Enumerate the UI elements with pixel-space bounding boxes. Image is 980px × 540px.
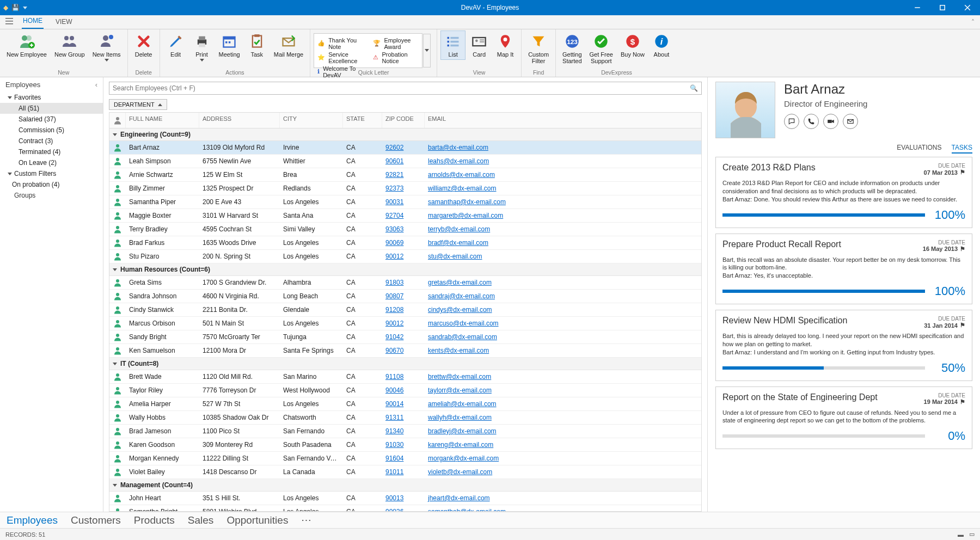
ribbon-tabs: HOME VIEW ˄ — [0, 15, 980, 29]
quick-letter-expand-icon[interactable] — [423, 34, 431, 68]
print-button[interactable]: Print — [189, 30, 215, 64]
quick-letter-item[interactable]: ⭐Service Excellence — [317, 51, 367, 65]
svg-rect-24 — [448, 37, 450, 39]
svg-rect-28 — [448, 45, 450, 47]
svg-rect-26 — [448, 41, 450, 43]
svg-rect-25 — [450, 37, 458, 39]
buy-now-button[interactable]: $Buy Now — [617, 30, 648, 60]
svg-rect-18 — [224, 37, 235, 40]
thumbs-up-icon: 👍 — [317, 40, 325, 47]
tab-view[interactable]: VIEW — [54, 16, 74, 29]
maximize-button[interactable] — [930, 0, 955, 15]
quick-letter-item[interactable]: 👍Thank You Note — [317, 36, 367, 51]
view-list-button[interactable]: List — [440, 30, 465, 60]
getting-started-button[interactable]: 123Getting Started — [559, 30, 585, 66]
minimize-button[interactable] — [905, 0, 930, 15]
svg-rect-29 — [450, 45, 458, 47]
svg-rect-4 — [5, 18, 13, 19]
collapse-ribbon-icon[interactable]: ˄ — [971, 19, 975, 26]
free-support-button[interactable]: Get Free Support — [586, 30, 616, 66]
ribbon: New Employee New Group New Items New Del… — [0, 29, 980, 77]
mail-merge-button[interactable]: Mail Merge — [271, 30, 307, 60]
svg-rect-27 — [450, 41, 458, 43]
group-label-find: Find — [525, 68, 552, 77]
quick-letter-item[interactable]: 🏆Employee Award — [373, 36, 419, 51]
svg-rect-1 — [940, 5, 945, 10]
window-title: DevAV - Employees — [461, 4, 519, 11]
group-label-delete: Delete — [131, 68, 156, 77]
qa-save-icon[interactable]: 💾 — [11, 4, 20, 11]
svg-point-10 — [64, 36, 69, 40]
qa-dropdown-icon[interactable] — [23, 7, 27, 9]
new-group-button[interactable]: New Group — [51, 30, 88, 60]
tab-home[interactable]: HOME — [22, 15, 44, 29]
edit-button[interactable]: Edit — [163, 30, 188, 60]
svg-rect-20 — [229, 41, 231, 44]
svg-point-8 — [26, 35, 32, 41]
svg-rect-33 — [480, 41, 484, 42]
quick-letter-list[interactable]: 👍Thank You Note ⭐Service Excellence ℹWel… — [314, 33, 422, 68]
svg-rect-16 — [199, 44, 205, 47]
svg-text:$: $ — [630, 37, 635, 46]
svg-point-13 — [109, 35, 113, 39]
group-label-view: View — [440, 68, 518, 77]
group-label-devexpress: DevExpress — [559, 68, 674, 77]
delete-button[interactable]: Delete — [131, 30, 156, 60]
meeting-button[interactable]: Meeting — [216, 30, 243, 60]
svg-rect-15 — [199, 36, 205, 40]
svg-rect-5 — [5, 21, 13, 22]
map-it-button[interactable]: Map It — [493, 30, 518, 60]
svg-rect-22 — [254, 34, 259, 37]
quick-letter-item[interactable]: ⚠Probation Notice — [373, 51, 419, 65]
group-label-actions: Actions — [163, 68, 307, 77]
svg-rect-32 — [480, 40, 484, 41]
custom-filter-button[interactable]: Custom Filter — [525, 30, 552, 66]
new-employee-button[interactable]: New Employee — [3, 30, 50, 60]
svg-point-34 — [504, 38, 507, 41]
svg-rect-21 — [253, 36, 261, 47]
star-icon: ⭐ — [317, 54, 325, 61]
svg-rect-19 — [225, 41, 228, 44]
titlebar: ◆ 💾 DevAV - Employees — [0, 0, 980, 15]
svg-text:123: 123 — [567, 38, 578, 45]
app-icon: ◆ — [3, 4, 8, 11]
new-items-button[interactable]: New Items — [89, 30, 124, 64]
svg-point-12 — [103, 35, 108, 41]
info-icon: ℹ — [317, 68, 320, 75]
svg-point-11 — [70, 36, 74, 40]
file-menu-icon[interactable] — [5, 17, 14, 25]
trophy-icon: 🏆 — [373, 40, 381, 47]
close-button[interactable] — [955, 0, 980, 15]
task-button[interactable]: Task — [244, 30, 270, 60]
svg-rect-6 — [5, 23, 13, 24]
svg-text:i: i — [660, 36, 663, 46]
about-button[interactable]: iAbout — [649, 30, 674, 60]
svg-point-31 — [475, 40, 478, 42]
view-card-button[interactable]: Card — [467, 30, 492, 60]
warning-icon: ⚠ — [373, 54, 378, 61]
quick-letter-item[interactable]: ℹWelcome To DevAV — [317, 65, 367, 78]
group-label-new: New — [3, 68, 124, 77]
